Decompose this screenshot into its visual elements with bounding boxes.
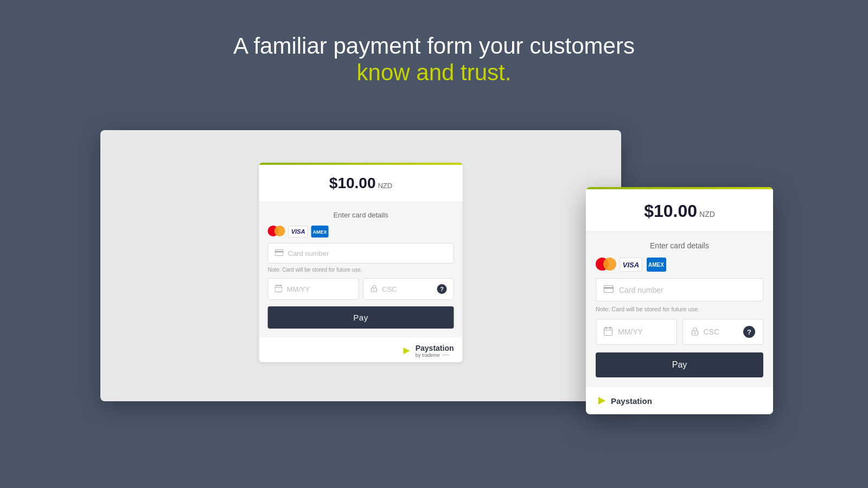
- svg-rect-2: [275, 251, 284, 253]
- paystation-name: Paystation: [416, 344, 454, 352]
- svg-text:AMEX: AMEX: [313, 229, 327, 235]
- desktop-note-text: Note: Card will be stored for future use…: [268, 267, 454, 273]
- paystation-logo-mark: [401, 345, 412, 356]
- desktop-csc-field[interactable]: CSC ?: [363, 278, 454, 300]
- svg-rect-1: [275, 250, 283, 256]
- svg-point-8: [373, 289, 374, 290]
- svg-rect-12: [604, 287, 614, 289]
- mobile-amount-currency: NZD: [699, 210, 715, 219]
- desktop-row-inputs: MM/YY CSC ?: [268, 278, 454, 300]
- desktop-amount-currency: NZD: [378, 182, 392, 190]
- mobile-mastercard-icon: [596, 258, 615, 271]
- csc-help-icon[interactable]: ?: [437, 284, 447, 294]
- mobile-card-icon: [604, 285, 614, 294]
- hero-section: A familiar payment form your customers k…: [0, 0, 868, 102]
- desktop-section-title: Enter card details: [268, 211, 454, 219]
- expiry-placeholder: MM/YY: [287, 285, 310, 293]
- mobile-expiry-placeholder: MM/YY: [618, 328, 643, 336]
- paystation-sub: by trademe: [416, 352, 454, 358]
- svg-marker-19: [598, 397, 605, 404]
- card-number-placeholder: Card number: [288, 249, 329, 258]
- svg-marker-9: [404, 348, 410, 354]
- svg-rect-11: [604, 286, 614, 293]
- lock-icon: [370, 285, 378, 294]
- payment-form-desktop: $10.00NZD Enter card details VISA AMEX: [259, 163, 463, 362]
- svg-rect-13: [604, 328, 612, 335]
- mobile-paystation-logo: Paystation: [586, 387, 773, 414]
- hero-title-green: know and trust.: [0, 60, 868, 86]
- desktop-card-wrapper: $10.00NZD Enter card details VISA AMEX: [100, 130, 621, 401]
- mobile-amount-section: $10.00NZD: [586, 189, 773, 232]
- desktop-amount-value: $10.00: [329, 175, 376, 191]
- mobile-paystation-name: Paystation: [611, 396, 652, 406]
- svg-rect-14: [605, 327, 607, 329]
- mobile-expiry-field[interactable]: MM/YY: [596, 319, 677, 345]
- mobile-row-inputs: MM/YY CSC ?: [596, 319, 763, 345]
- desktop-card-number-field[interactable]: Card number: [268, 243, 454, 264]
- mobile-amount-value: $10.00: [644, 201, 697, 221]
- hero-title-white: A familiar payment form your customers: [0, 33, 868, 60]
- desktop-paystation-logo: Paystation by trademe: [259, 337, 463, 362]
- mobile-lock-icon: [691, 327, 699, 337]
- mobile-visa-icon: VISA: [620, 258, 642, 272]
- desktop-card-details-section: Enter card details VISA AMEX: [259, 202, 463, 337]
- desktop-expiry-field[interactable]: MM/YY: [268, 278, 359, 300]
- csc-placeholder: CSC: [382, 285, 397, 293]
- mobile-csc-placeholder: CSC: [704, 328, 720, 336]
- svg-text:AMEX: AMEX: [648, 262, 664, 268]
- mobile-amex-icon: AMEX: [647, 258, 666, 272]
- svg-rect-3: [275, 285, 282, 292]
- mobile-card-icons: VISA AMEX: [596, 258, 763, 272]
- mobile-card-wrapper: $10.00NZD Enter card details VISA AMEX: [586, 187, 773, 414]
- mobile-card-details-section: Enter card details VISA AMEX Card number: [586, 232, 773, 387]
- svg-point-18: [694, 332, 695, 333]
- mobile-section-title: Enter card details: [596, 241, 763, 250]
- desktop-pay-button[interactable]: Pay: [268, 306, 454, 329]
- card-icon: [275, 249, 284, 258]
- desktop-amount-section: $10.00NZD: [259, 165, 463, 202]
- mobile-pay-button[interactable]: Pay: [596, 352, 763, 377]
- mobile-csc-field[interactable]: CSC ?: [682, 319, 764, 345]
- svg-rect-5: [280, 285, 281, 286]
- calendar-icon: [275, 285, 283, 294]
- mobile-card-number-field[interactable]: Card number: [596, 278, 763, 301]
- visa-icon: VISA: [289, 226, 308, 237]
- mastercard-icon: [268, 226, 285, 236]
- mobile-csc-help-icon[interactable]: ?: [743, 326, 755, 338]
- amex-icon: AMEX: [311, 226, 329, 237]
- mobile-note-text: Note: Card will be stored for future use…: [596, 306, 763, 312]
- svg-rect-15: [610, 327, 611, 329]
- desktop-card-icons: VISA AMEX: [268, 226, 454, 237]
- svg-rect-4: [277, 285, 278, 286]
- mobile-card-number-placeholder: Card number: [619, 286, 663, 294]
- mobile-paystation-logo-mark: [596, 395, 608, 407]
- mobile-calendar-icon: [604, 327, 612, 337]
